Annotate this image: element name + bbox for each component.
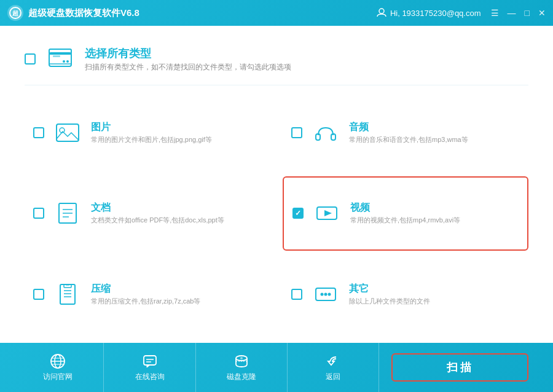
select-all-desc: 扫描所有类型文件，如不清楚找回的文件类型，请勾选此项选项: [85, 62, 291, 73]
back-label: 返回: [326, 372, 340, 382]
other-text: 其它 除以上几种文件类型的文件: [349, 283, 430, 306]
checkbox-other[interactable]: [291, 289, 302, 300]
compress-name: 压缩: [91, 283, 200, 296]
document-desc: 文档类文件如office PDF等,包括doc,xls,ppt等: [91, 216, 224, 225]
user-info: Hi, 1933175230@qq.com: [377, 8, 481, 18]
select-all-content: 选择所有类型 扫描所有类型文件，如不清楚找回的文件类型，请勾选此项选项: [85, 46, 291, 73]
other-icon: [311, 280, 340, 309]
svg-point-3: [379, 9, 384, 14]
svg-text:超: 超: [12, 10, 19, 17]
bottombar: 访问官网 在线咨询 磁盘克隆: [0, 343, 553, 392]
titlebar-right: Hi, 1933175230@qq.com ☰ — □ ✕: [377, 8, 546, 18]
checkbox-image[interactable]: [33, 127, 44, 138]
bottom-back[interactable]: 返回: [288, 343, 379, 392]
image-desc: 常用的图片文件和图片,包括jpg,png,gif等: [91, 135, 212, 144]
item-other: 其它 除以上几种文件类型的文件: [283, 258, 528, 331]
titlebar-left: 超 超级硬盘数据恢复软件V6.8: [7, 5, 139, 21]
checkbox-audio[interactable]: [291, 127, 302, 138]
main-content: 选择所有类型 扫描所有类型文件，如不清楚找回的文件类型，请勾选此项选项 图片 常…: [0, 26, 553, 343]
compress-icon: [53, 280, 82, 309]
select-all-row: 选择所有类型 扫描所有类型文件，如不清楚找回的文件类型，请勾选此项选项: [25, 44, 528, 85]
compress-desc: 常用的压缩文件,包括rar,zip,7z,cab等: [91, 297, 200, 306]
image-name: 图片: [91, 121, 212, 134]
compress-text: 压缩 常用的压缩文件,包括rar,zip,7z,cab等: [91, 283, 200, 306]
svg-point-27: [321, 293, 324, 296]
svg-rect-25: [66, 284, 69, 286]
checkbox-document[interactable]: [33, 208, 44, 219]
menu-btn[interactable]: ☰: [491, 8, 499, 18]
video-icon: [312, 198, 342, 228]
website-label: 访问官网: [43, 372, 73, 382]
other-desc: 除以上几种文件类型的文件: [349, 297, 430, 306]
titlebar: 超 超级硬盘数据恢复软件V6.8 Hi, 1933175230@qq.com ☰…: [0, 0, 553, 26]
consult-icon: [142, 353, 158, 369]
drive-icon: [45, 44, 75, 74]
audio-desc: 常用的音乐和语音文件,包括mp3,wma等: [349, 135, 468, 144]
document-name: 文档: [91, 202, 224, 214]
video-text: 视频 常用的视频文件,包括mp4,rmvb,avi等: [350, 202, 460, 225]
checkbox-compress[interactable]: [33, 289, 44, 300]
app-title: 超级硬盘数据恢复软件V6.8: [28, 7, 139, 19]
app-logo-icon: 超: [7, 5, 23, 21]
user-icon: [377, 8, 386, 18]
audio-name: 音频: [349, 121, 468, 134]
svg-marker-19: [324, 210, 332, 216]
audio-icon: [311, 118, 340, 147]
svg-point-29: [328, 293, 331, 296]
svg-point-7: [66, 60, 69, 63]
bottom-disk-clone[interactable]: 磁盘克隆: [196, 343, 288, 392]
back-icon: [325, 353, 341, 369]
maximize-btn[interactable]: □: [525, 8, 530, 18]
document-text: 文档 文档类文件如office PDF等,包括doc,xls,ppt等: [91, 202, 224, 225]
select-all-checkbox[interactable]: [25, 53, 36, 65]
image-text: 图片 常用的图片文件和图片,包括jpg,png,gif等: [91, 121, 212, 144]
bottom-website[interactable]: 访问官网: [12, 343, 104, 392]
item-document: 文档 文档类文件如office PDF等,包括doc,xls,ppt等: [25, 176, 270, 251]
svg-point-8: [63, 60, 65, 63]
select-all-title: 选择所有类型: [85, 46, 291, 61]
item-video: 视频 常用的视频文件,包括mp4,rmvb,avi等: [283, 176, 528, 251]
svg-rect-10: [57, 124, 79, 141]
video-desc: 常用的视频文件,包括mp4,rmvb,avi等: [350, 216, 460, 225]
video-name: 视频: [350, 202, 460, 214]
item-audio: 音频 常用的音乐和语音文件,包括mp3,wma等: [283, 96, 528, 169]
svg-rect-9: [53, 55, 60, 57]
svg-point-28: [324, 293, 327, 296]
audio-text: 音频 常用的音乐和语音文件,包括mp3,wma等: [349, 121, 468, 144]
consult-label: 在线咨询: [135, 372, 165, 382]
image-icon: [53, 118, 82, 147]
disk-clone-label: 磁盘克隆: [227, 372, 256, 382]
scan-btn-wrap: 扫描: [379, 353, 541, 382]
bottom-consult[interactable]: 在线咨询: [104, 343, 195, 392]
svg-point-40: [240, 357, 243, 359]
titlebar-controls: ☰ — □ ✕: [491, 8, 546, 18]
scan-button[interactable]: 扫描: [391, 353, 528, 382]
svg-rect-35: [144, 356, 156, 365]
checkbox-video[interactable]: [292, 208, 304, 219]
close-btn[interactable]: ✕: [538, 8, 546, 18]
disk-clone-icon: [233, 353, 249, 369]
item-compress: 压缩 常用的压缩文件,包括rar,zip,7z,cab等: [25, 258, 270, 331]
item-image: 图片 常用的图片文件和图片,包括jpg,png,gif等: [25, 96, 270, 169]
document-icon: [53, 198, 82, 228]
minimize-btn[interactable]: —: [508, 8, 516, 18]
user-name: Hi, 1933175230@qq.com: [390, 9, 481, 18]
file-types-grid: 图片 常用的图片文件和图片,包括jpg,png,gif等 音频 常用的音乐和语音…: [25, 96, 528, 331]
website-icon: [50, 353, 66, 369]
other-name: 其它: [349, 283, 430, 296]
